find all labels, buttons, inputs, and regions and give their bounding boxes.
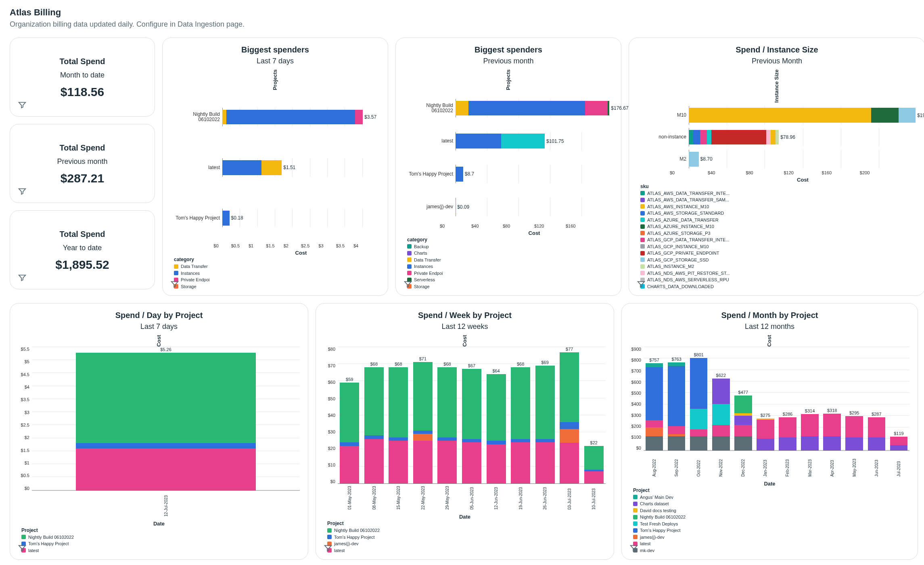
stacked-bar[interactable]: $78.96 [689, 130, 779, 145]
legend-item[interactable]: james(j)-dev [327, 540, 606, 547]
legend-item[interactable]: ATLAS_GCP_INSTANCE_M10 [640, 243, 917, 250]
legend-item[interactable]: james(j)-dev [633, 534, 909, 541]
bar-segment[interactable] [771, 130, 775, 145]
legend-item[interactable]: latest [327, 547, 606, 554]
stacked-bar[interactable] [668, 362, 686, 450]
bar-segment[interactable] [757, 420, 774, 439]
bar-segment[interactable] [364, 439, 384, 483]
stacked-bar[interactable] [462, 369, 481, 483]
bar-segment[interactable] [462, 442, 481, 483]
bar-segment[interactable] [668, 436, 686, 450]
bar-segment[interactable] [413, 441, 433, 483]
bar-segment[interactable] [222, 160, 261, 175]
bar-segment[interactable] [766, 130, 771, 145]
bar-segment[interactable] [823, 436, 841, 450]
bar-segment[interactable] [560, 352, 579, 422]
legend-item[interactable]: latest [633, 540, 909, 547]
bar-segment[interactable] [712, 436, 730, 450]
legend-item[interactable]: CHARTS_DATA_DOWNLOADED [640, 283, 917, 290]
bar-segment[interactable] [668, 362, 686, 366]
legend-item[interactable]: Nightly Build 06102022 [633, 514, 909, 521]
bar-segment[interactable] [437, 437, 457, 441]
bar-segment[interactable] [700, 130, 707, 145]
stacked-bar[interactable] [584, 446, 604, 483]
legend-item[interactable]: ATLAS_AZURE_INSTANCE_M10 [640, 223, 917, 230]
bar-segment[interactable] [779, 437, 796, 450]
bar-segment[interactable] [868, 437, 886, 450]
filter-icon[interactable] [17, 542, 28, 554]
bar-segment[interactable] [560, 443, 579, 483]
filter-icon[interactable] [17, 99, 28, 111]
bar-segment[interactable] [776, 130, 779, 145]
bar-segment[interactable] [734, 436, 752, 450]
bar-segment[interactable] [487, 374, 506, 441]
legend-item[interactable]: ATLAS_AWS_DATA_TRANSFER_SAM... [640, 197, 917, 203]
legend-item[interactable]: Storage [407, 283, 613, 290]
bar-segment[interactable] [560, 422, 579, 429]
bar-segment[interactable] [693, 130, 700, 145]
stacked-bar[interactable] [779, 417, 796, 450]
bar-segment[interactable] [585, 101, 608, 116]
legend-item[interactable]: ATLAS_INSTANCE_M2 [640, 263, 917, 270]
stacked-bar[interactable]: $101.75 [456, 134, 545, 149]
bar-segment[interactable] [690, 358, 708, 409]
filter-icon[interactable] [17, 272, 28, 283]
stacked-bar[interactable] [845, 416, 863, 450]
bar-segment[interactable] [437, 367, 457, 437]
bar-segment[interactable] [690, 429, 708, 436]
bar-segment[interactable] [535, 439, 555, 442]
legend-item[interactable]: Private Endpoi [174, 276, 380, 283]
legend-item[interactable]: mk-dev [633, 547, 909, 554]
stacked-bar[interactable]: $8.7 [456, 167, 463, 182]
bar-segment[interactable] [413, 434, 433, 441]
bar-segment[interactable] [468, 101, 585, 116]
bar-segment[interactable] [890, 437, 908, 445]
bar-segment[interactable] [757, 439, 774, 450]
bar-segment[interactable] [76, 448, 256, 490]
legend-item[interactable]: ATLAS_GCP_PRIVATE_ENDPOINT [640, 250, 917, 257]
bar-segment[interactable] [487, 441, 506, 444]
stacked-bar[interactable] [535, 366, 555, 483]
bar-segment[interactable] [456, 167, 463, 182]
legend-item[interactable]: ATLAS_AWS_DATA_TRANSFER_INTE... [640, 190, 917, 197]
bar-segment[interactable] [340, 383, 359, 442]
bar-segment[interactable] [646, 363, 663, 368]
legend-item[interactable]: Instances [407, 263, 613, 270]
bar-segment[interactable] [560, 429, 579, 443]
bar-segment[interactable] [823, 414, 841, 436]
bar-segment[interactable] [690, 436, 708, 450]
legend-item[interactable]: ATLAS_AZURE_DATA_TRANSFER [640, 217, 917, 224]
bar-segment[interactable] [779, 417, 796, 437]
stacked-bar[interactable] [712, 379, 730, 450]
bar-segment[interactable] [389, 437, 408, 441]
stacked-bar[interactable] [560, 352, 579, 483]
legend-item[interactable]: Data Transfer [407, 257, 613, 264]
bar-segment[interactable] [734, 396, 752, 414]
stacked-bar[interactable]: $0.18 [222, 211, 230, 226]
filter-icon[interactable] [322, 542, 334, 554]
legend-item[interactable]: Nightly Build 06102022 [21, 534, 300, 541]
legend-item[interactable]: Tom's Happy Project [327, 534, 606, 541]
bar-segment[interactable] [707, 130, 711, 145]
bar-segment[interactable] [76, 353, 256, 443]
bar-segment[interactable] [456, 101, 468, 116]
bar-segment[interactable] [608, 101, 609, 116]
stacked-bar[interactable] [890, 437, 908, 450]
legend-item[interactable]: ATLAS_NDS_AWS_PIT_RESTORE_ST... [640, 270, 917, 277]
filter-icon[interactable] [17, 186, 28, 197]
stacked-bar[interactable] [76, 353, 256, 490]
bar-segment[interactable] [801, 436, 819, 450]
bar-segment[interactable] [462, 369, 481, 439]
bar-segment[interactable] [845, 437, 863, 450]
bar-segment[interactable] [845, 416, 863, 437]
bar-segment[interactable] [871, 108, 899, 123]
bar-segment[interactable] [535, 442, 555, 483]
bar-segment[interactable] [413, 431, 433, 434]
bar-segment[interactable] [340, 442, 359, 446]
bar-segment[interactable] [389, 367, 408, 437]
stacked-bar[interactable] [389, 367, 408, 483]
legend-item[interactable]: ATLAS_AZURE_STORAGE_P3 [640, 230, 917, 237]
bar-segment[interactable] [222, 211, 230, 226]
bar-segment[interactable] [711, 130, 766, 145]
bar-segment[interactable] [734, 425, 752, 437]
